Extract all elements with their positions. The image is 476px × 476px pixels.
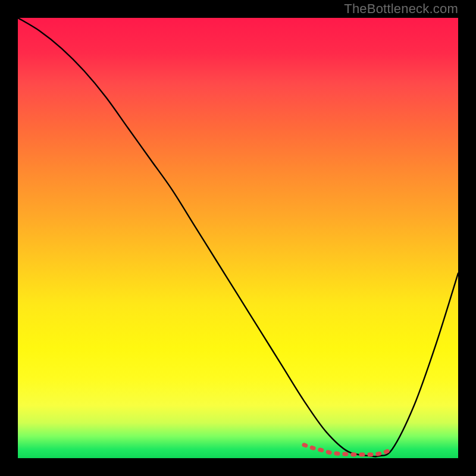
plot-area — [18, 18, 458, 458]
chart-container: TheBottleneck.com — [0, 0, 476, 476]
bottleneck-curve-line — [18, 18, 458, 456]
watermark-text: TheBottleneck.com — [344, 1, 458, 17]
chart-svg — [18, 18, 458, 458]
optimal-range-marker-line — [304, 445, 392, 455]
curve-group — [18, 18, 458, 456]
